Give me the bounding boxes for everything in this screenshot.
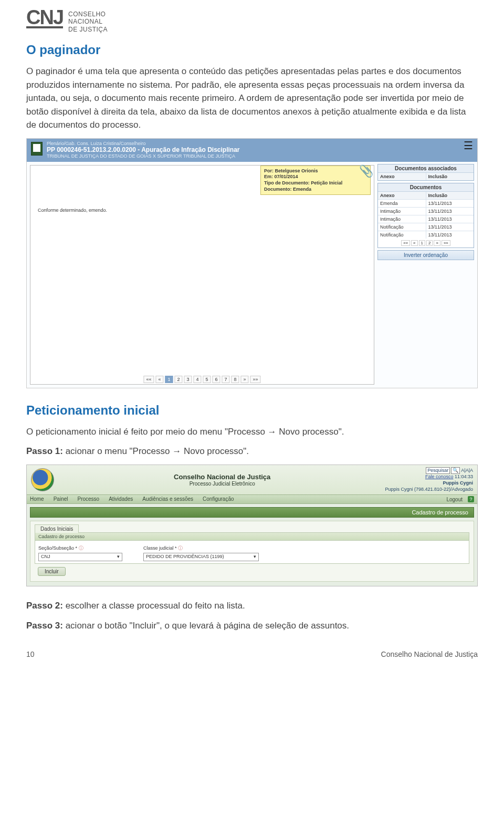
parties-line: TRIBUNAL DE JUSTIÇA DO ESTADO DE GOIÁS X…	[47, 153, 240, 159]
table-row[interactable]: Notificação13/11/2013	[378, 223, 474, 231]
menu-config[interactable]: Configuração	[203, 496, 234, 502]
form-area: Dados Iniciais Cadastro de processo Seçã…	[30, 521, 474, 582]
page-7[interactable]: 7	[222, 376, 230, 383]
table-row[interactable]: Emenda13/11/2013	[378, 199, 474, 207]
menu-processo[interactable]: Processo	[78, 496, 100, 502]
mini-prev[interactable]: «	[411, 240, 417, 246]
invert-order-button[interactable]: Inverter ordenação	[377, 250, 474, 260]
table-row[interactable]: Intimação13/11/2013	[378, 207, 474, 215]
help-icon[interactable]: ?	[468, 496, 474, 502]
documents-panel: Documentos Anexo Inclusão Emenda13/11/20…	[377, 183, 474, 248]
accessibility-icons[interactable]: A|A|A	[461, 468, 473, 474]
select-secao[interactable]: CNJ ▾	[38, 553, 122, 561]
docs-col-anexo: Anexo	[378, 192, 426, 199]
page-5[interactable]: 5	[203, 376, 211, 383]
menu-home[interactable]: Home	[30, 496, 44, 502]
docs-col-inclusao: Inclusão	[426, 192, 474, 199]
document-pager[interactable]: «« « 1 2 3 4 5 6 7 8 » »»	[143, 376, 260, 383]
menubar: Home Painel Processo Atividades Audiênci…	[27, 494, 477, 504]
step-2: Passo 2: escolher a classe processual do…	[26, 599, 478, 613]
pje-title: Conselho Nacional de Justiça	[59, 473, 385, 481]
fale-conosco-link[interactable]: Fale conosco	[425, 474, 454, 479]
paragraph-paginador: O paginador é uma tela que apresenta o c…	[26, 65, 478, 132]
label-classe: Classe judicial *	[143, 545, 177, 551]
prev-page[interactable]: «	[155, 376, 163, 383]
user-name: Puppis Cygni	[385, 480, 473, 487]
logo-line3: DE JUSTIÇA	[68, 26, 108, 33]
paginador-screenshot: Plenário/Gab. Cons. Luiza Cristina/Conse…	[26, 138, 478, 388]
logo-line1: CONSELHO	[68, 11, 108, 18]
logo-header: CNJ CONSELHO NACIONAL DE JUSTIÇA	[26, 9, 478, 33]
chevron-down-icon: ▾	[117, 554, 120, 559]
coat-of-arms-icon	[31, 468, 54, 491]
page-1[interactable]: 1	[165, 376, 173, 383]
mini-p2[interactable]: 2	[426, 240, 433, 246]
search-input[interactable]: Pesquisar	[426, 467, 450, 475]
select-classe[interactable]: PEDIDO DE PROVIDÊNCIAS (1199) ▾	[143, 553, 259, 561]
logo-mark: CNJ	[26, 9, 63, 28]
pje-header: Conselho Nacional de Justiça Processo Ju…	[27, 465, 477, 495]
assoc-title: Documentos associados	[378, 164, 474, 173]
mini-p1[interactable]: 1	[419, 240, 425, 246]
form-subheader: Cadastro de processo	[35, 532, 469, 541]
pje-screenshot: Conselho Nacional de Justiça Processo Ju…	[26, 465, 478, 587]
paperclip-icon: 📎	[359, 164, 373, 179]
section-title-paginador: O paginador	[26, 43, 478, 57]
book-icon[interactable]	[31, 142, 43, 156]
paragraph-peticionamento: O peticionamento inicial é feito por mei…	[26, 425, 478, 439]
page-4[interactable]: 4	[193, 376, 201, 383]
page-3[interactable]: 3	[184, 376, 192, 383]
label-secao: Seção/Subseção *	[38, 545, 77, 551]
logo-text: CONSELHO NACIONAL DE JUSTIÇA	[68, 9, 108, 33]
incluir-button[interactable]: Incluir	[38, 567, 66, 576]
first-page[interactable]: ««	[143, 376, 154, 383]
process-title: PP 0000246-51.2013.2.00.0200 - Apuração …	[47, 146, 240, 153]
page-title-bar: Cadastro de processo	[30, 507, 474, 518]
footer-org: Conselho Nacional de Justiça	[381, 650, 478, 658]
assoc-col-anexo: Anexo	[378, 173, 426, 180]
next-page[interactable]: »	[241, 376, 249, 383]
metadata-note: 📎 Por: Betelguese Orionis Em: 07/01/2014…	[260, 166, 371, 195]
page-number: 10	[26, 650, 35, 658]
menu-atividades[interactable]: Atividades	[109, 496, 133, 502]
mini-first[interactable]: ««	[401, 240, 410, 246]
field-secao: Seção/Subseção * ⓘ CNJ ▾	[38, 545, 122, 561]
note-doctype: Tipo de Documento: Petição Inicial	[264, 180, 342, 185]
search-icon[interactable]: 🔍	[451, 467, 460, 475]
associated-docs-panel: Documentos associados Anexo Inclusão	[377, 164, 474, 181]
user-role: Puppis Cygni (798.421.810-22)/Advogado	[385, 487, 473, 493]
clock: 11:04:33	[455, 474, 473, 479]
info-icon[interactable]: ⓘ	[79, 545, 83, 551]
document-viewer: 📎 Por: Betelguese Orionis Em: 07/01/2014…	[30, 165, 374, 385]
page-2[interactable]: 2	[174, 376, 182, 383]
step-3: Passo 3: acionar o botão "Incluir", o qu…	[26, 619, 478, 633]
menu-painel[interactable]: Painel	[54, 496, 68, 502]
tab-dados-iniciais[interactable]: Dados Iniciais	[35, 524, 79, 533]
page-8[interactable]: 8	[232, 376, 239, 383]
paginador-header: Plenário/Gab. Cons. Luiza Cristina/Conse…	[27, 139, 477, 162]
last-page[interactable]: »»	[250, 376, 261, 383]
table-row[interactable]: Intimação13/11/2013	[378, 215, 474, 223]
note-date: Em: 07/01/2014	[264, 174, 298, 179]
breadcrumb: Plenário/Gab. Cons. Luiza Cristina/Conse…	[47, 141, 240, 146]
field-classe: Classe judicial * ⓘ PEDIDO DE PROVIDÊNCI…	[143, 545, 259, 561]
menu-icon[interactable]: ☰	[464, 141, 473, 150]
page-6[interactable]: 6	[213, 376, 220, 383]
page-footer: 10 Conselho Nacional de Justiça	[26, 650, 478, 658]
mini-next[interactable]: »	[434, 240, 440, 246]
menu-audiencias[interactable]: Audiências e sessões	[142, 496, 193, 502]
note-author: Por: Betelguese Orionis	[264, 168, 318, 173]
pje-subtitle: Processo Judicial Eletrônico	[59, 481, 385, 487]
section-title-peticionamento: Peticionamento inicial	[26, 403, 478, 418]
chevron-down-icon: ▾	[254, 554, 256, 559]
document-text: Conforme determinado, emendo.	[38, 208, 107, 213]
note-docname: Documento: Emenda	[264, 187, 311, 192]
docs-pager[interactable]: «« « 1 2 » »»	[378, 239, 474, 248]
info-icon[interactable]: ⓘ	[178, 545, 183, 551]
mini-last[interactable]: »»	[442, 240, 450, 246]
assoc-col-inclusao: Inclusão	[426, 173, 474, 180]
table-row[interactable]: Notificação13/11/2013	[378, 231, 474, 239]
logo-line2: NACIONAL	[68, 18, 108, 25]
sidebar: Documentos associados Anexo Inclusão Doc…	[377, 162, 477, 388]
menu-logout[interactable]: Logout	[446, 497, 463, 502]
